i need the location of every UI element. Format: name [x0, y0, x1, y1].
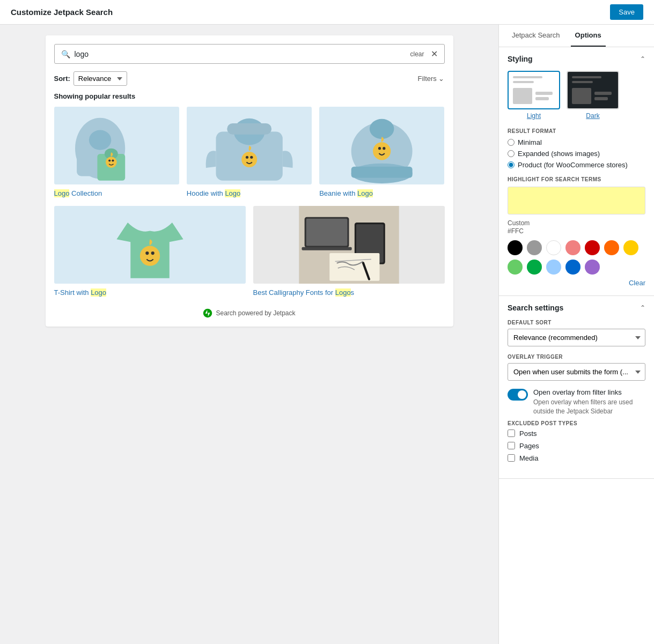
- color-black[interactable]: [508, 240, 523, 255]
- format-minimal-radio[interactable]: [508, 139, 515, 146]
- topbar: Customize Jetpack Search Save: [0, 0, 654, 25]
- exclude-pages-row: Pages: [508, 442, 645, 450]
- exclude-pages-label: Pages: [519, 442, 539, 450]
- color-yellow[interactable]: [623, 240, 638, 255]
- theme-dark-preview: [567, 71, 619, 109]
- result-title-1[interactable]: Logo Collection: [54, 189, 179, 198]
- search-settings-header[interactable]: Search settings ⌃: [499, 296, 654, 320]
- popular-results-label: Showing popular results: [54, 92, 445, 100]
- search-bar: 🔍 logo clear ✕: [54, 44, 445, 64]
- topbar-title: Customize Jetpack Search: [11, 8, 113, 17]
- excluded-post-types-group: Excluded post types Posts Pages Media: [508, 420, 645, 462]
- color-gray[interactable]: [527, 240, 542, 255]
- exclude-posts-row: Posts: [508, 430, 645, 438]
- format-expanded[interactable]: Expanded (shows images): [508, 150, 645, 158]
- sort-label: Sort:: [54, 75, 70, 83]
- default-sort-select[interactable]: Relevance (recommended): [508, 329, 645, 346]
- sort-filters-row: Sort: Relevance Filters ⌄: [54, 71, 445, 86]
- save-button[interactable]: Save: [610, 4, 643, 20]
- result-card-3: Beanie with Logo: [319, 107, 444, 198]
- color-blue[interactable]: [565, 260, 580, 275]
- color-orange[interactable]: [604, 240, 619, 255]
- format-product-radio[interactable]: [508, 161, 515, 168]
- svg-point-33: [203, 309, 212, 318]
- result-title-4[interactable]: T-Shirt with Logo: [54, 288, 246, 298]
- result-title-5[interactable]: Best Calligraphy Fonts for Logos: [253, 288, 445, 298]
- theme-light-card[interactable]: Light: [508, 71, 560, 120]
- format-product[interactable]: Product (for WooCommerce stores): [508, 161, 645, 169]
- color-light-blue[interactable]: [546, 260, 561, 275]
- search-settings-section: Search settings ⌃ DEFAULT SORT Relevance…: [499, 296, 654, 479]
- result-format-label: RESULT FORMAT: [508, 128, 645, 134]
- color-green[interactable]: [527, 260, 542, 275]
- theme-light-label[interactable]: Light: [527, 112, 541, 120]
- exclude-posts-checkbox[interactable]: [508, 430, 515, 437]
- tab-options[interactable]: Options: [571, 25, 606, 47]
- theme-options: Light: [508, 71, 645, 120]
- search-clear-button[interactable]: clear: [410, 50, 424, 58]
- clear-color-link[interactable]: Clear: [508, 279, 645, 287]
- exclude-pages-checkbox[interactable]: [508, 442, 515, 449]
- format-minimal[interactable]: Minimal: [508, 138, 645, 146]
- main-layout: 🔍 logo clear ✕ Sort: Relevance Filters ⌄…: [0, 25, 654, 644]
- excluded-label: Excluded post types: [508, 420, 645, 426]
- exclude-media-checkbox[interactable]: [508, 454, 515, 462]
- highlight-custom-label: Custom: [508, 219, 530, 227]
- svg-rect-26: [306, 219, 347, 246]
- theme-dark-card[interactable]: Dark: [567, 71, 619, 120]
- format-expanded-radio[interactable]: [508, 150, 515, 157]
- color-white[interactable]: [546, 240, 561, 255]
- color-light-green[interactable]: [508, 260, 523, 275]
- search-settings-chevron-icon: ⌃: [640, 304, 645, 312]
- result-image-1: [54, 107, 179, 184]
- result-image-4: [54, 206, 246, 284]
- sort-select[interactable]: Relevance: [74, 71, 127, 86]
- color-purple[interactable]: [585, 260, 600, 275]
- filters-button[interactable]: Filters ⌄: [417, 75, 444, 83]
- svg-point-18: [373, 142, 391, 160]
- toggle-text-group: Open overlay from filter links Open over…: [533, 388, 645, 416]
- svg-rect-17: [351, 167, 413, 178]
- tab-jetpack-search[interactable]: Jetpack Search: [508, 25, 564, 47]
- result-format-group: Minimal Expanded (shows images) Product …: [508, 138, 645, 169]
- result-card-1: Logo Collection: [54, 107, 179, 198]
- sort-container: Sort: Relevance: [54, 71, 127, 86]
- theme-dark-label[interactable]: Dark: [586, 112, 599, 120]
- color-pink[interactable]: [565, 240, 580, 255]
- styling-section-header[interactable]: Styling ⌃: [499, 47, 654, 71]
- exclude-media-label: Media: [519, 454, 538, 462]
- svg-point-5: [105, 157, 116, 168]
- result-card-4: T-Shirt with Logo: [54, 206, 246, 298]
- theme-line-2: [513, 81, 534, 83]
- theme-dark-lines-right: [594, 88, 614, 104]
- filter-links-toggle[interactable]: [508, 389, 528, 401]
- overlay-trigger-group: OVERLAY TRIGGER Open when user submits t…: [508, 354, 645, 381]
- styling-section-title: Styling: [508, 55, 533, 63]
- filter-links-toggle-row: Open overlay from filter links Open over…: [508, 388, 645, 416]
- svg-point-7: [112, 159, 114, 161]
- svg-rect-10: [227, 123, 271, 135]
- svg-point-13: [250, 156, 253, 159]
- svg-point-19: [378, 147, 381, 150]
- results-grid-top: Logo Collection: [54, 107, 445, 198]
- search-settings-body: DEFAULT SORT Relevance (recommended) OVE…: [499, 320, 654, 478]
- result-image-3: [319, 107, 444, 184]
- color-palette: [508, 240, 645, 275]
- exclude-posts-label: Posts: [519, 430, 537, 438]
- jetpack-logo-icon: [203, 308, 212, 318]
- result-title-2[interactable]: Hoodie with Logo: [187, 189, 312, 198]
- color-red[interactable]: [585, 240, 600, 255]
- footer-bar: Search powered by Jetpack: [54, 308, 445, 318]
- result-card-5: Best Calligraphy Fonts for Logos: [253, 206, 445, 298]
- result-image-2: [187, 107, 312, 184]
- theme-line-1: [513, 76, 542, 78]
- svg-point-16: [370, 119, 394, 139]
- search-close-button[interactable]: ✕: [431, 49, 438, 59]
- overlay-trigger-select[interactable]: Open when user submits the form (...: [508, 363, 645, 381]
- svg-point-11: [241, 152, 257, 167]
- styling-chevron-icon: ⌃: [640, 55, 645, 63]
- svg-rect-30: [329, 253, 379, 281]
- result-title-3[interactable]: Beanie with Logo: [319, 189, 444, 198]
- format-product-label: Product (for WooCommerce stores): [518, 161, 628, 169]
- highlight-color-swatch[interactable]: [508, 187, 645, 214]
